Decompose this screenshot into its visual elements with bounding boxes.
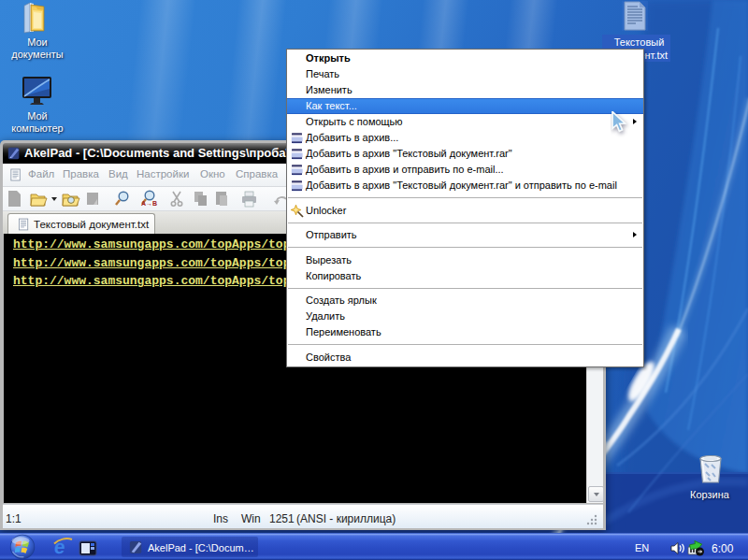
svg-text:A→B: A→B bbox=[141, 200, 157, 207]
